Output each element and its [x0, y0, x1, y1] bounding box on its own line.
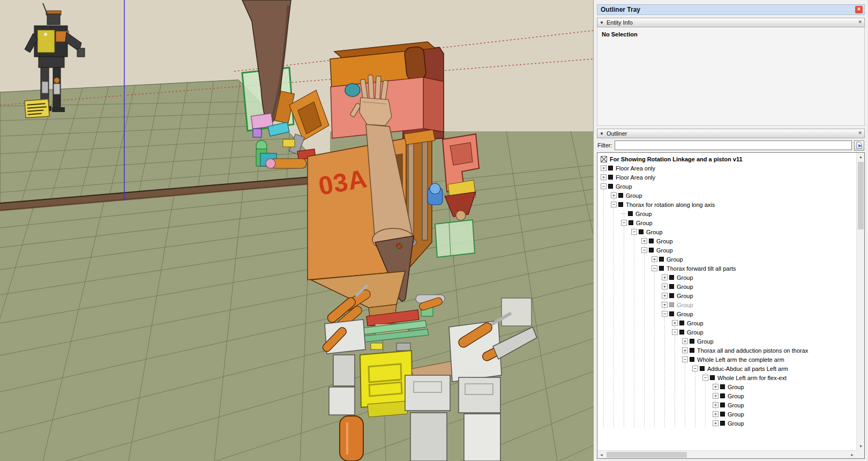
outliner-tree-item[interactable]: − Group — [597, 182, 856, 191]
tree-guide-line — [634, 246, 634, 255]
filter-options-button[interactable] — [854, 140, 864, 151]
expander-icon[interactable]: + — [601, 174, 607, 180]
group-icon — [700, 366, 705, 371]
outliner-tree-item[interactable]: + Group — [597, 410, 856, 419]
scroll-left-button[interactable]: ◄ — [597, 451, 605, 459]
expander-icon[interactable]: − — [682, 356, 688, 362]
expander-icon[interactable]: + — [662, 274, 668, 280]
outliner-tree-item[interactable]: − Group — [597, 218, 856, 227]
horizontal-scrollbar[interactable]: ◄ ► — [597, 450, 856, 458]
tree-item-label: Group — [727, 420, 744, 427]
outliner-tree-item[interactable]: − Thorax for rotation along long axis — [597, 200, 856, 209]
scroll-right-button[interactable]: ► — [848, 451, 856, 459]
tree-item-label: Group — [676, 302, 693, 308]
outliner-tree-panel[interactable]: For Showing Rotation Linkage and a pisto… — [597, 152, 865, 459]
tree-guide-line — [613, 382, 614, 391]
expander-icon[interactable]: + — [713, 384, 719, 390]
outliner-tree-item[interactable]: + Group — [597, 300, 856, 309]
tree-guide-line — [685, 364, 685, 373]
tree-guide-line — [613, 419, 614, 428]
outliner-tree-item[interactable]: − Thorax forward tilt all parts — [597, 264, 856, 273]
tree-guide-line — [644, 309, 645, 318]
outliner-tree-item[interactable]: Group — [597, 209, 856, 218]
tree-guide-line — [603, 273, 604, 282]
viewport[interactable]: 03A — [0, 0, 593, 461]
horizontal-scroll-thumb[interactable] — [607, 452, 687, 458]
outliner-tree-item[interactable]: + Floor Area only — [597, 173, 856, 182]
tree-guide-line — [654, 346, 655, 355]
tree-guide-line — [603, 264, 604, 273]
outliner-header[interactable]: ▼ Outliner ✕ — [597, 129, 865, 138]
scroll-down-button[interactable]: ▼ — [857, 442, 865, 450]
outliner-tree-item[interactable]: + Group — [597, 337, 856, 346]
tree-item-label: Group — [665, 256, 683, 263]
expander-icon[interactable]: + — [713, 393, 719, 399]
expander-icon[interactable]: + — [713, 402, 719, 408]
tree-guide-line — [613, 318, 614, 328]
expander-icon[interactable]: − — [692, 366, 698, 371]
vertical-scroll-thumb[interactable] — [858, 162, 864, 229]
outliner-tree-item[interactable]: + Group — [597, 382, 856, 391]
outliner-tree-item[interactable]: − Group — [597, 227, 856, 236]
expander-icon[interactable]: − — [702, 375, 708, 381]
vertical-scrollbar[interactable]: ▲ ▼ — [856, 153, 864, 450]
outliner-tree-item[interactable]: + Group — [597, 400, 856, 410]
tree-guide-line — [634, 391, 634, 400]
expander-icon[interactable]: − — [631, 229, 637, 235]
expander-icon[interactable]: − — [601, 183, 607, 189]
expander-icon[interactable]: + — [713, 411, 719, 417]
entity-info-title: Entity Info — [607, 19, 633, 26]
tree-guide-line — [664, 400, 665, 410]
outliner-tree-item[interactable]: + Group — [597, 291, 856, 300]
expander-icon[interactable]: + — [652, 256, 657, 262]
scrollbar-corner — [856, 450, 864, 458]
outliner-tree-item[interactable]: − Group — [597, 328, 856, 337]
outliner-tree-item[interactable]: + Thorax all and adduction pistons on th… — [597, 346, 856, 355]
outliner-tree-item[interactable]: − Whole Left arm for flex-ext — [597, 373, 856, 382]
warning-sign[interactable] — [25, 99, 49, 118]
expander-icon[interactable]: + — [611, 192, 617, 198]
outliner-tree-item[interactable]: + Group — [597, 318, 856, 328]
outliner-tree-item[interactable]: + Floor Area only — [597, 163, 856, 173]
viewport-3d[interactable]: 03A — [0, 0, 593, 461]
outliner-tree-item[interactable]: + Group — [597, 391, 856, 400]
tray-titlebar[interactable]: Outliner Tray ✕ — [597, 4, 865, 15]
tree-guide-line — [603, 318, 604, 328]
expander-icon[interactable]: − — [652, 265, 657, 271]
entity-info-header[interactable]: ▼ Entity Info ✕ — [597, 18, 865, 27]
outliner-tree-item[interactable]: For Showing Rotation Linkage and a pisto… — [597, 154, 856, 163]
expander-icon[interactable]: + — [682, 347, 688, 353]
outliner-tree-item[interactable]: + Group — [597, 236, 856, 246]
tree-guide-line — [654, 410, 655, 419]
tree-guide-line — [613, 291, 614, 300]
outliner-tree-item[interactable]: − Adduc-Abduc all parts Left arm — [597, 364, 856, 373]
outliner-tree-item[interactable]: + Group — [597, 419, 856, 428]
expander-icon[interactable]: + — [672, 320, 678, 326]
outliner-tree-item[interactable]: + Group — [597, 273, 856, 282]
outliner-tree-item[interactable]: − Whole Left arm the complete arm — [597, 355, 856, 364]
expander-icon[interactable]: − — [662, 311, 668, 317]
tree-guide-line — [603, 346, 604, 355]
outliner-tree-item[interactable]: − Group — [597, 246, 856, 255]
outliner-tree-item[interactable]: + Group — [597, 255, 856, 264]
tree-guide-line — [634, 282, 634, 291]
expander-icon[interactable]: + — [662, 284, 668, 289]
expander-icon[interactable]: + — [662, 302, 668, 308]
expander-icon[interactable]: + — [601, 165, 607, 171]
expander-icon[interactable]: + — [662, 293, 668, 299]
tray-close-button[interactable]: ✕ — [855, 6, 863, 13]
outliner-close-button[interactable]: ✕ — [858, 130, 862, 136]
expander-icon[interactable]: − — [672, 329, 678, 335]
expander-icon[interactable]: + — [641, 238, 647, 244]
expander-icon[interactable]: + — [713, 420, 719, 426]
expander-icon[interactable]: − — [641, 247, 647, 253]
expander-icon[interactable]: + — [682, 338, 688, 344]
scroll-up-button[interactable]: ▲ — [857, 153, 865, 161]
filter-input[interactable] — [615, 140, 852, 150]
outliner-tree-item[interactable]: − Group — [597, 309, 856, 318]
outliner-tree-item[interactable]: + Group — [597, 282, 856, 291]
entity-info-close-button[interactable]: ✕ — [858, 19, 862, 25]
outliner-tree-item[interactable]: + Group — [597, 191, 856, 200]
expander-icon[interactable]: − — [611, 202, 617, 207]
expander-icon[interactable]: − — [621, 220, 627, 226]
